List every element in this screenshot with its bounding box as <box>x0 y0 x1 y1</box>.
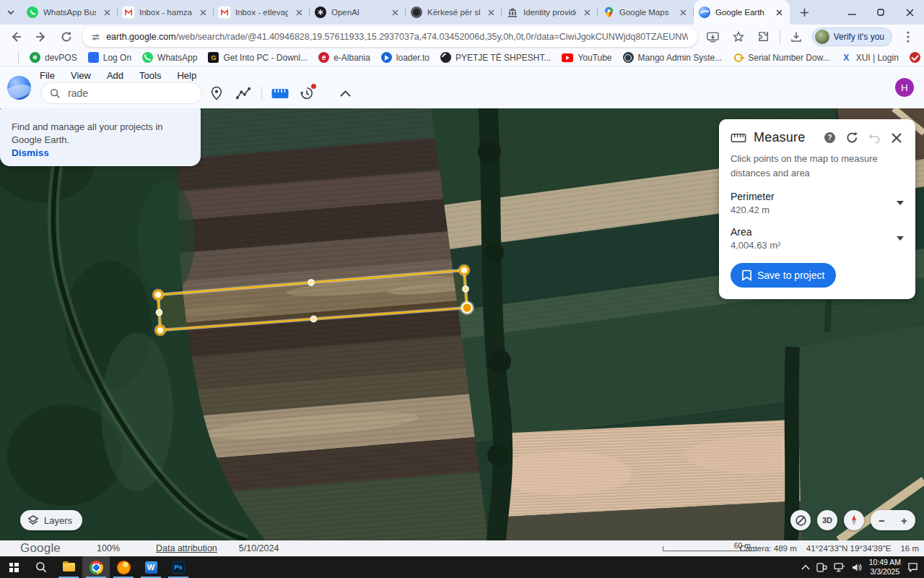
logon-icon <box>88 52 99 63</box>
bookmark-mango[interactable]: Mango Admin Syste... <box>623 52 723 63</box>
bookmark-pyetje[interactable]: PYETJE TË SHPESHT... <box>440 52 551 63</box>
earth-search-input[interactable]: rade <box>40 82 202 104</box>
back-button[interactable] <box>6 27 25 46</box>
add-placemark-icon[interactable] <box>208 85 225 102</box>
tab-whatsapp-business[interactable]: WhatsApp Business <box>22 0 118 25</box>
close-tab-icon[interactable] <box>485 7 497 18</box>
menu-tools[interactable]: Tools <box>131 68 169 83</box>
layers-button[interactable]: Layers <box>20 510 82 530</box>
profile-avatar <box>815 30 829 44</box>
url-bar[interactable]: earth.google.com/web/search/rade/@41.409… <box>82 27 697 47</box>
devpos-icon <box>30 52 40 63</box>
account-avatar[interactable]: H <box>895 78 914 97</box>
earth-menu-bar: File View Add Tools Help <box>32 68 204 83</box>
perimeter-value: 420.42 m <box>731 204 775 215</box>
tab-inbox-1[interactable]: Inbox - hamzarame <box>118 0 214 25</box>
zoom-out-button[interactable]: − <box>871 514 893 527</box>
close-tab-icon[interactable] <box>581 7 593 18</box>
collapse-toolbar-icon[interactable] <box>336 85 354 102</box>
tab-identity-provider[interactable]: Identity provider <box>502 0 598 25</box>
close-window-button[interactable] <box>895 0 924 25</box>
maximize-button[interactable] <box>866 0 895 25</box>
close-tab-icon[interactable] <box>197 7 209 18</box>
gmail-icon <box>123 7 134 18</box>
taskbar-photoshop[interactable] <box>165 556 192 578</box>
compass-needle-icon <box>847 514 860 527</box>
tab-openai[interactable]: OpenAI <box>310 0 406 25</box>
menu-add[interactable]: Add <box>99 68 131 83</box>
close-panel-icon[interactable] <box>890 131 904 145</box>
hidden-icons-chevron[interactable] <box>801 564 810 570</box>
measure-tool-icon[interactable] <box>271 85 289 102</box>
projects-promo-card: Find and manage all your projects in Goo… <box>0 108 201 166</box>
bookmark-loader[interactable]: loader.to <box>381 52 430 63</box>
compass[interactable] <box>844 510 864 530</box>
restart-measure-icon[interactable] <box>845 131 859 145</box>
save-to-project-button[interactable]: Save to project <box>731 263 836 288</box>
bookmark-devpos[interactable]: devPOS <box>30 52 77 63</box>
tab-search-button[interactable] <box>0 0 22 25</box>
tab-inbox-2[interactable]: Inbox - etlevagjoni1 <box>214 0 310 25</box>
word-icon <box>145 561 157 574</box>
action-center-icon[interactable] <box>907 562 918 572</box>
tab-google-maps[interactable]: Google Maps <box>598 0 694 25</box>
taskbar-chrome[interactable] <box>82 556 110 578</box>
undo-icon[interactable] <box>868 131 881 145</box>
menu-file[interactable]: File <box>32 68 63 83</box>
send-to-devices-icon[interactable] <box>704 27 723 46</box>
site-settings-icon[interactable] <box>92 32 100 43</box>
taskbar-search-button[interactable] <box>27 556 55 578</box>
menu-view[interactable]: View <box>63 68 99 83</box>
verify-profile-chip[interactable]: Verify it's you <box>812 27 892 46</box>
taskbar-file-explorer[interactable] <box>55 556 82 578</box>
help-icon[interactable]: ? <box>822 131 836 145</box>
start-button[interactable] <box>0 556 27 578</box>
taskbar-firefox[interactable] <box>110 556 137 578</box>
minimize-button[interactable] <box>837 0 866 25</box>
albawings-icon <box>910 52 920 63</box>
menu-help[interactable]: Help <box>169 68 204 83</box>
close-tab-icon[interactable] <box>101 7 113 18</box>
taskbar-word[interactable] <box>137 556 165 578</box>
browser-menu-icon[interactable] <box>899 27 918 46</box>
historical-imagery-icon[interactable] <box>298 85 315 102</box>
layers-icon <box>27 514 39 526</box>
bookmark-logon[interactable]: Log On <box>88 52 131 63</box>
google-earth-logo[interactable] <box>7 76 31 100</box>
close-tab-icon[interactable] <box>293 7 305 18</box>
downloads-icon[interactable] <box>787 27 806 46</box>
street-view-disabled-button[interactable] <box>790 510 811 530</box>
volume-icon[interactable] <box>852 563 863 572</box>
active-vertex[interactable] <box>462 303 472 313</box>
taskbar-clock[interactable]: 10:49 AM 3/3/2025 <box>869 558 901 576</box>
forward-button[interactable] <box>32 27 51 46</box>
dismiss-button[interactable]: Dismiss <box>12 147 49 158</box>
close-tab-icon[interactable] <box>773 7 785 18</box>
extensions-icon[interactable] <box>754 27 773 46</box>
add-path-icon[interactable] <box>235 85 252 102</box>
bookmark-youtube[interactable]: YouTube <box>562 53 611 63</box>
getintopc-icon <box>208 52 219 63</box>
phone-link-icon[interactable] <box>816 562 827 572</box>
zoom-in-button[interactable]: + <box>893 514 915 527</box>
perimeter-unit-dropdown-icon[interactable] <box>897 201 904 205</box>
bookmark-whatsapp[interactable]: WhatsApp <box>142 52 197 63</box>
new-tab-button[interactable] <box>794 2 814 22</box>
close-tab-icon[interactable] <box>389 7 401 18</box>
network-icon[interactable] <box>834 563 845 572</box>
bookmark-albawings[interactable]: Albawings <box>910 52 924 63</box>
bookmark-ealbania[interactable]: e-Albania <box>318 52 370 63</box>
area-unit-dropdown-icon[interactable] <box>897 236 904 241</box>
reload-button[interactable] <box>57 27 76 46</box>
bookmark-xui[interactable]: XUI | Login <box>841 52 899 63</box>
tab-label: Google Maps <box>619 8 672 17</box>
bookmark-serial[interactable]: Serial Number Dow... <box>733 52 829 63</box>
data-attribution-link[interactable]: Data attribution <box>156 543 217 553</box>
3d-toggle-button[interactable]: 3D <box>817 510 837 530</box>
bookmark-getintopc[interactable]: Get Into PC - Downl... <box>208 52 308 63</box>
tab-kerkese[interactable]: Kërkesë për shtrimi <box>406 0 502 25</box>
save-button-label: Save to project <box>757 269 824 281</box>
tab-google-earth[interactable]: Google Earth <box>694 0 790 25</box>
bookmark-star-icon[interactable] <box>729 27 748 46</box>
close-tab-icon[interactable] <box>677 7 689 18</box>
